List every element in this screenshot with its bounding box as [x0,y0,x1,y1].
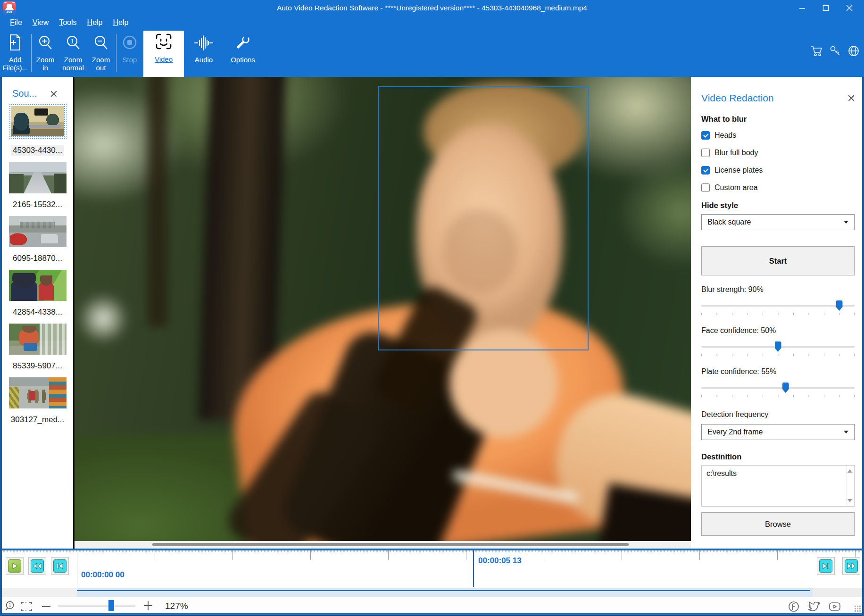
title-bar: AVR Auto Video Redaction Software - ****… [0,0,864,16]
menu-view[interactable]: View [27,17,54,28]
custom-area-checkbox[interactable] [701,183,710,192]
scroll-down-icon[interactable] [847,499,852,502]
source-item[interactable]: 2165-15532... [2,162,73,209]
sources-close-icon[interactable] [50,91,57,97]
checkbox-row-license-plates[interactable]: License plates [701,165,855,176]
plate-confidence-slider[interactable] [701,383,855,393]
minimize-button[interactable] [790,0,814,16]
resize-grip[interactable] [855,606,861,612]
source-item[interactable]: 6095-18870... [2,216,73,263]
source-item-label: 85339-5907... [2,361,73,371]
destination-heading: Destinition [701,452,855,461]
zoom-in-label: Zoom in [33,56,58,72]
fit-screen-icon[interactable] [20,600,33,615]
playhead[interactable] [473,550,474,587]
app-window: AVR Auto Video Redaction Software - ****… [0,0,864,616]
twitter-icon[interactable] [807,600,821,615]
fast-forward-button[interactable] [842,557,860,575]
youtube-icon[interactable] [828,600,841,615]
menu-help-2[interactable]: Help [108,17,133,28]
custom-area-label: Custom area [714,183,758,192]
source-thumbnail[interactable] [9,324,66,355]
rewind-button[interactable] [28,557,46,575]
browse-button[interactable]: Browse [701,512,855,536]
timeline[interactable]: 00:00:00 00 00:00:05 13 [0,550,864,588]
slider-thumb[interactable] [782,383,789,393]
source-item[interactable]: 45303-4430... [2,104,73,156]
face-detection-rectangle[interactable] [378,86,589,350]
timeline-track[interactable] [0,588,864,597]
tab-audio-label: Audio [190,56,218,64]
slider-thumb[interactable] [836,300,843,311]
license-plates-label: License plates [714,166,763,175]
next-frame-button[interactable] [817,557,835,575]
checkbox-row-custom-area[interactable]: Custom area [701,182,855,193]
slider-track[interactable] [701,305,855,307]
checkbox-row-heads[interactable]: Heads [701,130,855,141]
maximize-button[interactable] [814,0,838,16]
destination-value: c:\results [706,469,737,478]
preview-zoom-slider[interactable] [58,605,135,607]
source-item[interactable]: 85339-5907... [2,324,73,371]
fast-forward-icon [845,559,858,573]
source-thumbnail[interactable] [9,216,66,247]
license-plates-checkbox[interactable] [701,166,710,175]
add-files-button[interactable]: Add File(s)... [2,31,28,77]
stop-label: Stop [118,56,141,64]
slider-thumb[interactable] [775,341,781,352]
browse-button-label: Browse [765,520,791,529]
heads-checkbox[interactable] [701,131,710,140]
scrollbar-thumb[interactable] [152,543,629,546]
start-button[interactable]: Start [701,246,855,275]
tab-audio[interactable]: Audio [190,31,218,77]
destination-scrollbar[interactable] [846,466,854,506]
checkbox-row-full-body[interactable]: Blur full body [701,147,855,158]
facebook-icon[interactable] [788,600,800,615]
tab-options[interactable]: Options [225,31,260,77]
scroll-up-icon[interactable] [847,469,852,473]
source-item[interactable]: 303127_med... [2,377,73,425]
hide-style-heading: Hide style [701,201,855,210]
rewind-icon [31,559,44,573]
video-frame [75,77,691,541]
source-thumbnail[interactable] [9,377,66,408]
source-thumbnail[interactable] [11,106,64,136]
cart-icon[interactable] [810,44,823,59]
panel-close-icon[interactable] [848,95,855,101]
globe-icon[interactable] [847,44,860,59]
video-horizontal-scrollbar[interactable] [75,541,691,549]
timeline-track-line [77,590,810,591]
toolbar: Add File(s)... Zoom in 1 Zoom normal Zoo… [0,29,864,77]
preview-zoom-slider-thumb[interactable] [108,600,114,611]
timeline-track-fill [77,588,813,597]
menu-file[interactable]: File [5,17,27,28]
slider-track[interactable] [701,387,855,389]
tab-video[interactable]: Video [143,31,184,78]
zoom-in-button[interactable]: Zoom in [33,31,58,77]
destination-field[interactable]: c:\results [701,465,855,507]
key-icon[interactable] [829,44,842,59]
face-confidence-slider[interactable] [701,341,855,352]
blur-full-body-checkbox[interactable] [701,149,710,157]
zoom-normal-status-icon[interactable]: 1 [5,600,17,615]
source-thumbnail[interactable] [9,162,66,193]
source-item-label: 6095-18870... [2,254,73,263]
play-button[interactable] [6,557,24,575]
menu-help[interactable]: Help [82,17,108,28]
source-thumbnail[interactable] [9,270,66,301]
previous-frame-button[interactable] [51,557,69,575]
zoom-out-status-icon[interactable] [42,603,51,612]
close-button[interactable] [838,0,861,16]
source-item[interactable]: 42854-4338... [2,270,73,317]
face-id-icon [154,32,173,52]
plate-confidence-label: Plate confidence: 55% [701,367,855,377]
menu-tools[interactable]: Tools [54,17,82,28]
zoom-out-button[interactable]: Zoom out [89,31,113,77]
zoom-in-status-icon[interactable] [143,600,153,613]
zoom-normal-button[interactable]: 1 Zoom normal [58,31,88,77]
video-preview[interactable] [73,77,690,549]
detection-frequency-dropdown[interactable]: Every 2nd frame [701,424,855,440]
waveform-icon [194,34,214,53]
hide-style-dropdown[interactable]: Black square [701,214,855,230]
blur-strength-slider[interactable] [701,300,855,311]
